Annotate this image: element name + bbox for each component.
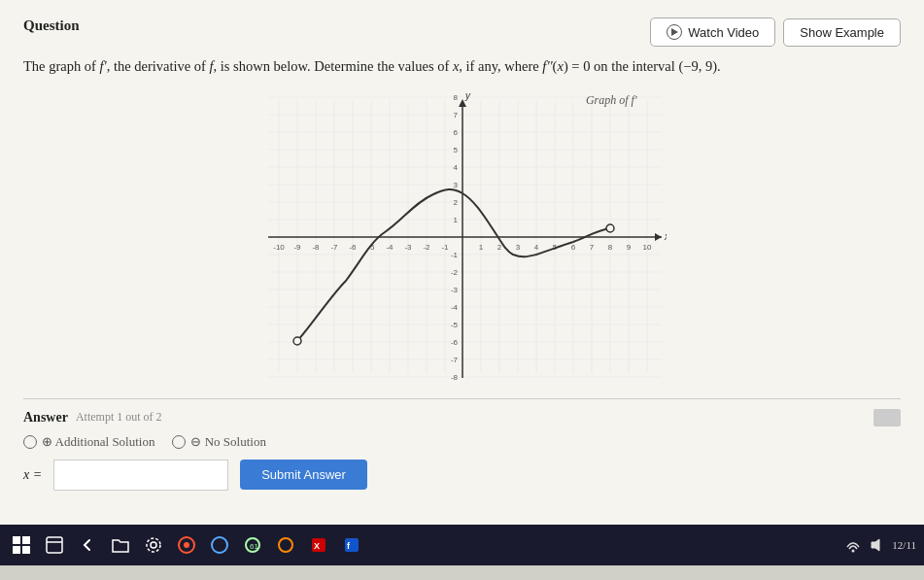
no-solution-radio-inner bbox=[175, 438, 183, 446]
additional-radio-inner bbox=[26, 438, 34, 446]
svg-point-80 bbox=[606, 224, 614, 232]
additional-solution-label: ⊕ Additional Solution bbox=[42, 434, 154, 450]
header-buttons: Watch Video Show Example bbox=[650, 17, 901, 47]
back-icon[interactable] bbox=[74, 531, 101, 559]
svg-point-87 bbox=[151, 542, 156, 548]
svg-text:4: 4 bbox=[453, 163, 458, 172]
svg-rect-85 bbox=[47, 537, 62, 553]
windows-start-icon[interactable] bbox=[8, 531, 35, 559]
taskbar-time: 12/11 bbox=[892, 539, 916, 551]
answer-options: ⊕ Additional Solution ⊖ No Solution bbox=[23, 434, 901, 450]
svg-text:6: 6 bbox=[453, 128, 458, 137]
play-icon bbox=[667, 24, 682, 40]
graph-label: Graph of f' bbox=[586, 93, 637, 108]
svg-text:3: 3 bbox=[453, 181, 458, 189]
svg-rect-82 bbox=[22, 536, 30, 544]
svg-point-99 bbox=[852, 550, 855, 553]
no-solution-label: ⊖ No Solution bbox=[190, 434, 265, 450]
x-label: x = bbox=[23, 467, 42, 483]
svg-text:X: X bbox=[314, 541, 320, 551]
svg-text:8: 8 bbox=[453, 93, 458, 102]
graph-svg: -10 -9 -8 -7 -6 -5 -4 -3 -2 -1 1 2 3 4 5… bbox=[258, 91, 667, 383]
graph-container: Graph of f' bbox=[23, 91, 901, 383]
svg-text:5: 5 bbox=[453, 146, 458, 154]
svg-text:-7: -7 bbox=[330, 243, 338, 252]
svg-text:-6: -6 bbox=[349, 243, 357, 252]
svg-text:-4: -4 bbox=[386, 243, 394, 252]
svg-text:6: 6 bbox=[570, 243, 575, 252]
svg-text:10: 10 bbox=[642, 243, 651, 252]
graph-wrap: Graph of f' bbox=[258, 91, 667, 383]
svg-text:2: 2 bbox=[496, 243, 501, 252]
taskbar-right: 12/11 bbox=[845, 537, 916, 553]
svg-text:-6: -6 bbox=[450, 338, 458, 347]
help-icon bbox=[873, 409, 901, 426]
additional-radio-circle bbox=[23, 435, 37, 449]
no-solution-radio-circle bbox=[172, 435, 186, 449]
svg-text:x: x bbox=[664, 231, 667, 242]
question-text: The graph of f', the derivative of f, is… bbox=[23, 56, 901, 78]
svg-text:8: 8 bbox=[607, 243, 612, 252]
attempt-text: Attempt 1 out of 2 bbox=[76, 410, 162, 425]
app-icon-4[interactable]: X bbox=[305, 531, 332, 559]
app-icon-5[interactable]: f bbox=[338, 531, 365, 559]
svg-text:2: 2 bbox=[453, 198, 458, 207]
app-icon-3[interactable] bbox=[272, 531, 299, 559]
svg-rect-83 bbox=[13, 546, 20, 554]
svg-text:-9: -9 bbox=[293, 243, 301, 252]
svg-text:-2: -2 bbox=[450, 268, 458, 277]
svg-text:y: y bbox=[464, 91, 471, 101]
svg-text:-4: -4 bbox=[450, 303, 458, 312]
notification-icon[interactable]: 61 bbox=[239, 531, 266, 559]
svg-text:-10: -10 bbox=[273, 243, 285, 252]
svg-text:4: 4 bbox=[533, 243, 538, 252]
svg-point-79 bbox=[293, 337, 301, 345]
answer-input-row: x = Submit Answer bbox=[23, 460, 901, 491]
answer-label: Answer bbox=[23, 410, 68, 426]
question-label: Question bbox=[23, 17, 80, 34]
no-solution-option[interactable]: ⊖ No Solution bbox=[172, 434, 265, 450]
header-row: Question Watch Video Show Example bbox=[23, 17, 901, 47]
main-content: Question Watch Video Show Example The gr… bbox=[0, 0, 924, 525]
submit-label: Submit Answer bbox=[261, 467, 346, 482]
svg-marker-100 bbox=[872, 539, 879, 551]
svg-point-88 bbox=[147, 538, 160, 552]
svg-text:-1: -1 bbox=[450, 251, 458, 259]
svg-text:7: 7 bbox=[589, 243, 594, 252]
volume-taskbar-icon bbox=[869, 537, 884, 553]
svg-text:-8: -8 bbox=[450, 373, 458, 382]
answer-section: Answer Attempt 1 out of 2 ⊕ Additional S… bbox=[23, 398, 901, 491]
show-example-label: Show Example bbox=[800, 25, 884, 40]
svg-text:3: 3 bbox=[515, 243, 520, 252]
svg-text:-7: -7 bbox=[450, 356, 458, 364]
svg-text:1: 1 bbox=[478, 243, 483, 252]
taskbar: 61 X f 12/11 bbox=[0, 525, 924, 565]
svg-text:61: 61 bbox=[250, 542, 258, 551]
svg-text:7: 7 bbox=[453, 111, 458, 119]
app-icon-2[interactable] bbox=[206, 531, 233, 559]
network-taskbar-icon bbox=[845, 537, 861, 553]
answer-input[interactable] bbox=[53, 460, 228, 491]
svg-text:9: 9 bbox=[626, 243, 631, 252]
watch-video-label: Watch Video bbox=[688, 25, 759, 40]
svg-text:1: 1 bbox=[453, 216, 458, 224]
play-triangle-icon bbox=[671, 28, 678, 36]
svg-point-90 bbox=[184, 542, 189, 548]
svg-text:-1: -1 bbox=[441, 243, 449, 252]
svg-text:-2: -2 bbox=[423, 243, 430, 252]
svg-rect-84 bbox=[22, 546, 30, 554]
folder-icon[interactable] bbox=[107, 531, 134, 559]
svg-rect-81 bbox=[13, 536, 20, 544]
settings-icon[interactable] bbox=[140, 531, 167, 559]
submit-button[interactable]: Submit Answer bbox=[240, 460, 367, 490]
additional-solution-option[interactable]: ⊕ Additional Solution bbox=[23, 434, 154, 450]
svg-text:-5: -5 bbox=[450, 321, 458, 329]
svg-point-94 bbox=[279, 538, 292, 552]
show-example-button[interactable]: Show Example bbox=[783, 18, 901, 47]
app-icon-1[interactable] bbox=[173, 531, 200, 559]
svg-text:-8: -8 bbox=[312, 243, 320, 252]
svg-text:-3: -3 bbox=[450, 286, 458, 294]
watch-video-button[interactable]: Watch Video bbox=[650, 17, 775, 47]
browser-icon[interactable] bbox=[41, 531, 68, 559]
svg-text:-3: -3 bbox=[404, 243, 412, 252]
